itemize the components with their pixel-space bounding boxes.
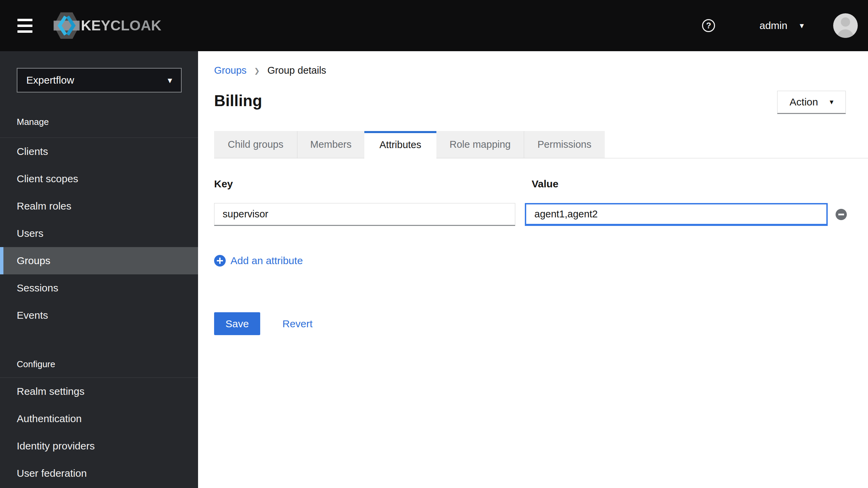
page-title: Billing bbox=[214, 91, 262, 110]
caret-down-icon: ▾ bbox=[168, 76, 172, 85]
sidebar-item-groups[interactable]: Groups bbox=[0, 247, 198, 274]
minus-circle-icon bbox=[836, 209, 847, 220]
caret-down-icon: ▾ bbox=[800, 21, 804, 30]
breadcrumb: Groups ❯ Group details bbox=[214, 65, 326, 76]
current-realm-label: Expertflow bbox=[26, 74, 74, 86]
sidebar-navigation: Expertflow ▾ Manage Clients Client scope… bbox=[0, 51, 198, 488]
header-toolbar: ? admin ▾ bbox=[702, 13, 868, 38]
value-column-label: Value bbox=[525, 178, 558, 190]
sidebar-item-sessions[interactable]: Sessions bbox=[0, 274, 198, 302]
avatar-head-shape bbox=[841, 17, 850, 27]
chevron-right-icon: ❯ bbox=[254, 67, 260, 75]
sidebar-item-user-federation[interactable]: User federation bbox=[0, 460, 198, 487]
nav-list-manage: Clients Client scopes Realm roles Users … bbox=[0, 138, 198, 329]
main-content: Groups ❯ Group details Billing Action ▾ … bbox=[198, 51, 868, 488]
username-label: admin bbox=[759, 20, 787, 31]
nav-section-title-manage: Manage bbox=[17, 116, 49, 128]
form-actions: Save Revert bbox=[214, 312, 312, 335]
question-circle-icon: ? bbox=[702, 19, 715, 32]
add-attribute-label: Add an attribute bbox=[230, 255, 303, 267]
realm-switcher[interactable]: Expertflow ▾ bbox=[17, 68, 182, 92]
sidebar-item-authentication[interactable]: Authentication bbox=[0, 405, 198, 432]
revert-link[interactable]: Revert bbox=[282, 318, 312, 330]
plus-circle-icon bbox=[214, 255, 226, 267]
tab-attributes[interactable]: Attributes bbox=[364, 131, 436, 159]
remove-attribute-button[interactable] bbox=[836, 209, 847, 220]
attribute-row bbox=[214, 203, 847, 226]
tab-permissions[interactable]: Permissions bbox=[524, 131, 605, 158]
add-attribute-button[interactable]: Add an attribute bbox=[214, 255, 303, 267]
caret-down-icon: ▾ bbox=[830, 98, 834, 106]
tab-child-groups[interactable]: Child groups bbox=[214, 131, 297, 158]
sidebar-item-clients[interactable]: Clients bbox=[0, 138, 198, 165]
user-dropdown[interactable]: admin ▾ bbox=[759, 20, 804, 31]
top-header-bar: KEYCLOAK ? admin ▾ bbox=[0, 0, 868, 51]
sidebar-item-events[interactable]: Events bbox=[0, 302, 198, 329]
group-detail-tabs: Child groups Members Attributes Role map… bbox=[214, 131, 868, 158]
nav-section-title-configure: Configure bbox=[17, 358, 55, 370]
attribute-key-input[interactable] bbox=[214, 203, 515, 226]
keycloak-hexagon-icon bbox=[54, 11, 80, 40]
keycloak-logo: KEYCLOAK bbox=[54, 11, 162, 40]
tab-members[interactable]: Members bbox=[297, 131, 364, 158]
breadcrumb-link-groups[interactable]: Groups bbox=[214, 65, 247, 76]
action-dropdown-button[interactable]: Action ▾ bbox=[777, 91, 846, 114]
sidebar-item-client-scopes[interactable]: Client scopes bbox=[0, 165, 198, 192]
breadcrumb-current-page: Group details bbox=[267, 65, 326, 76]
action-dropdown-label: Action bbox=[789, 96, 818, 108]
user-avatar[interactable] bbox=[833, 13, 858, 38]
sidebar-item-realm-roles[interactable]: Realm roles bbox=[0, 192, 198, 220]
nav-list-configure: Realm settings Authentication Identity p… bbox=[0, 378, 198, 487]
sidebar-item-realm-settings[interactable]: Realm settings bbox=[0, 378, 198, 405]
tab-role-mapping[interactable]: Role mapping bbox=[436, 131, 524, 158]
attribute-value-input[interactable] bbox=[525, 203, 828, 226]
sidebar-item-users[interactable]: Users bbox=[0, 220, 198, 247]
hamburger-menu-icon[interactable] bbox=[17, 19, 32, 33]
help-button[interactable]: ? bbox=[702, 19, 715, 32]
avatar-torso-shape bbox=[837, 29, 854, 38]
sidebar-item-identity-providers[interactable]: Identity providers bbox=[0, 432, 198, 460]
save-button[interactable]: Save bbox=[214, 312, 260, 335]
key-column-label: Key bbox=[214, 178, 525, 190]
attribute-column-headers: Key Value bbox=[214, 178, 558, 190]
brand-wordmark: KEYCLOAK bbox=[81, 17, 162, 34]
